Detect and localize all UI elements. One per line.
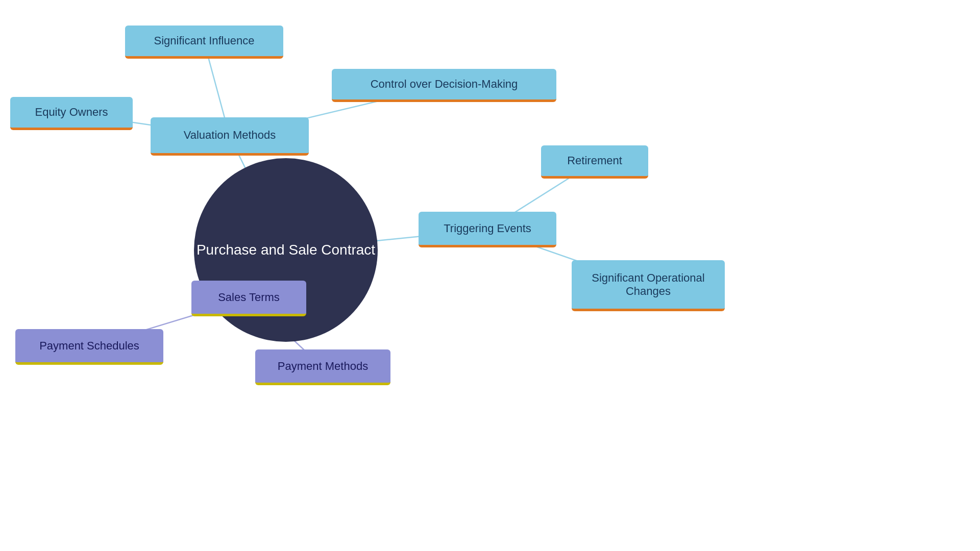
valuation-methods: Valuation Methods — [151, 117, 309, 156]
center-label: Purchase and Sale Contract — [197, 242, 375, 258]
payment-methods: Payment Methods — [255, 349, 390, 385]
payment-schedules: Payment Schedules — [15, 329, 163, 365]
triggering-events: Triggering Events — [419, 212, 556, 247]
significant-influence: Significant Influence — [125, 26, 283, 59]
significant-operational-changes: Significant Operational Changes — [572, 260, 725, 311]
equity-owners: Equity Owners — [10, 97, 133, 130]
retirement: Retirement — [541, 145, 648, 179]
sales-terms: Sales Terms — [191, 281, 306, 316]
control-over-decision: Control over Decision-Making — [332, 69, 556, 102]
